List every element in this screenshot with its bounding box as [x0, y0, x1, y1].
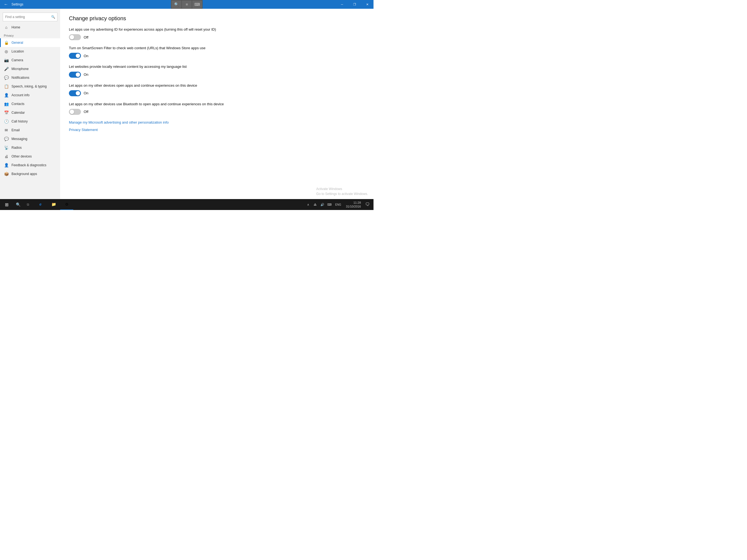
start-button[interactable]: ⊞: [0, 199, 13, 210]
main-content: Change privacy options Let apps use my a…: [60, 9, 374, 199]
tray-lang[interactable]: ENG: [333, 199, 343, 210]
sidebar-item-camera[interactable]: 📷 Camera: [0, 56, 60, 65]
task-view-button[interactable]: ⧉: [23, 199, 33, 210]
toggle-advertising-id[interactable]: [69, 34, 81, 40]
sidebar-item-account-info[interactable]: 👤 Account info: [0, 91, 60, 100]
speech-icon: 📋: [4, 84, 9, 89]
sidebar-item-email[interactable]: ✉ Email: [0, 126, 60, 134]
activate-watermark: Activate Windows Go to Settings to activ…: [316, 186, 368, 196]
ie-icon: e: [40, 202, 42, 206]
sidebar-item-feedback[interactable]: 👤 Feedback & diagnostics: [0, 161, 60, 170]
toggle-other-devices-open[interactable]: [69, 90, 81, 96]
back-button[interactable]: ←: [2, 1, 10, 8]
sidebar-item-general[interactable]: 🔒 General: [0, 38, 60, 47]
sidebar-item-other-devices[interactable]: 🖨 Other devices: [0, 152, 60, 161]
location-icon: ◎: [4, 49, 9, 54]
toggle-language-list[interactable]: [69, 72, 81, 78]
taskbar-apps: e 📁 ⚙: [34, 199, 73, 210]
microphone-icon: 🎤: [4, 67, 9, 71]
tray-network-icon[interactable]: 🖧: [312, 199, 318, 210]
sidebar-item-contacts[interactable]: 👥 Contacts: [0, 100, 60, 108]
app-title: Settings: [11, 2, 23, 6]
search-icon: 🔍: [174, 2, 179, 6]
sidebar-label-speech: Speech, inking, & typing: [11, 84, 47, 88]
toggle-label-bluetooth-other-devices: Off: [84, 110, 88, 114]
sidebar-item-messaging[interactable]: 💬 Messaging: [0, 134, 60, 143]
link-privacy-statement[interactable]: Privacy Statement: [69, 128, 365, 132]
sidebar-item-radios[interactable]: 📡 Radios: [0, 143, 60, 152]
start-icon: ⊞: [5, 202, 8, 207]
sidebar-item-microphone[interactable]: 🎤 Microphone: [0, 65, 60, 73]
setting-description-bluetooth-other-devices: Let apps on my other devices use Bluetoo…: [69, 102, 228, 107]
tray-clock[interactable]: 11:28 31/10/2016: [344, 201, 363, 209]
home-icon: ⌂: [4, 25, 9, 30]
toggle-row-bluetooth-other-devices: Off: [69, 109, 365, 115]
calendar-icon: 📅: [4, 110, 9, 115]
radios-icon: 📡: [4, 145, 9, 150]
tray-date: 31/10/2016: [346, 205, 361, 208]
keyboard-icon: ⌨: [195, 2, 200, 6]
sidebar-item-speech[interactable]: 📋 Speech, inking, & typing: [0, 82, 60, 91]
tray-chevron[interactable]: ∧: [305, 199, 311, 210]
toolbar-search-button[interactable]: 🔍: [172, 1, 181, 8]
toolbar-menu-button[interactable]: ≡: [182, 1, 192, 8]
sidebar-section-privacy: Privacy: [0, 32, 60, 38]
toggle-bluetooth-other-devices[interactable]: [69, 109, 81, 115]
sidebar-label-radios: Radios: [11, 146, 22, 150]
restore-button[interactable]: ❐: [349, 0, 361, 9]
minimize-button[interactable]: ─: [336, 0, 349, 9]
toggle-label-language-list: On: [84, 73, 88, 77]
window-controls: ─ ❐ ✕: [336, 0, 374, 9]
taskbar-search-icon: 🔍: [16, 202, 21, 207]
menu-icon: ≡: [186, 2, 188, 6]
tray-notification-icon[interactable]: 🗨: [364, 199, 371, 210]
taskbar-search-button[interactable]: 🔍: [13, 199, 23, 210]
tray-keyboard-icon[interactable]: ⌨: [326, 199, 333, 210]
setting-description-smartscreen: Turn on SmartScreen Filter to check web …: [69, 46, 228, 51]
sidebar-item-home[interactable]: ⌂ Home: [0, 23, 60, 32]
search-input[interactable]: [3, 12, 57, 21]
toggle-label-smartscreen: On: [84, 54, 88, 58]
account-icon: 👤: [4, 93, 9, 98]
lock-icon: 🔒: [4, 40, 9, 45]
setting-description-advertising-id: Let apps use my advertising ID for exper…: [69, 27, 228, 32]
setting-description-other-devices-open: Let apps on my other devices open apps a…: [69, 83, 228, 88]
camera-icon: 📷: [4, 58, 9, 62]
sidebar-label-feedback: Feedback & diagnostics: [11, 163, 46, 167]
toolbar-keyboard-button[interactable]: ⌨: [192, 1, 202, 8]
toggle-row-smartscreen: On: [69, 53, 365, 59]
contacts-icon: 👥: [4, 101, 9, 106]
taskbar-app-ie[interactable]: e: [34, 199, 47, 210]
toggle-label-other-devices-open: On: [84, 91, 88, 95]
toggle-smartscreen[interactable]: [69, 53, 81, 59]
sidebar: 🔍 ⌂ Home Privacy 🔒 General ◎ Location 📷 …: [0, 9, 60, 199]
toolbar: 🔍 ≡ ⌨: [171, 0, 203, 9]
link-manage-advertising[interactable]: Manage my Microsoft advertising and othe…: [69, 120, 365, 124]
other-devices-icon: 🖨: [4, 154, 9, 159]
sidebar-label-call-history: Call history: [11, 120, 28, 123]
activate-line1: Activate Windows: [316, 186, 368, 192]
sidebar-label-account-info: Account info: [11, 93, 29, 97]
sidebar-item-call-history[interactable]: 🕐 Call history: [0, 117, 60, 126]
close-button[interactable]: ✕: [361, 0, 374, 9]
email-icon: ✉: [4, 128, 9, 133]
activate-line2: Go to Settings to activate Windows.: [316, 192, 368, 196]
sidebar-item-background-apps[interactable]: 📦 Background apps: [0, 170, 60, 178]
toggle-row-advertising-id: Off: [69, 34, 365, 40]
taskbar: ⊞ 🔍 ⧉ e 📁 ⚙ ∧ 🖧 🔊 ⌨ ENG 11:28 31/10/2016…: [0, 199, 374, 210]
sidebar-label-calendar: Calendar: [11, 111, 25, 114]
taskbar-app-settings[interactable]: ⚙: [60, 199, 73, 210]
tray-volume-icon[interactable]: 🔊: [319, 199, 326, 210]
setting-language-list: Let websites provide locally relevant co…: [69, 64, 365, 77]
taskbar-app-explorer[interactable]: 📁: [47, 199, 60, 210]
sidebar-item-notifications[interactable]: 💬 Notifications: [0, 73, 60, 82]
sidebar-label-general: General: [11, 41, 23, 45]
sidebar-item-calendar[interactable]: 📅 Calendar: [0, 108, 60, 117]
setting-advertising-id: Let apps use my advertising ID for exper…: [69, 27, 365, 40]
sidebar-label-background-apps: Background apps: [11, 172, 37, 176]
search-icon: 🔍: [51, 15, 55, 19]
sidebar-label-notifications: Notifications: [11, 76, 29, 80]
sidebar-item-location[interactable]: ◎ Location: [0, 47, 60, 56]
explorer-icon: 📁: [51, 202, 56, 206]
setting-description-language-list: Let websites provide locally relevant co…: [69, 64, 228, 69]
